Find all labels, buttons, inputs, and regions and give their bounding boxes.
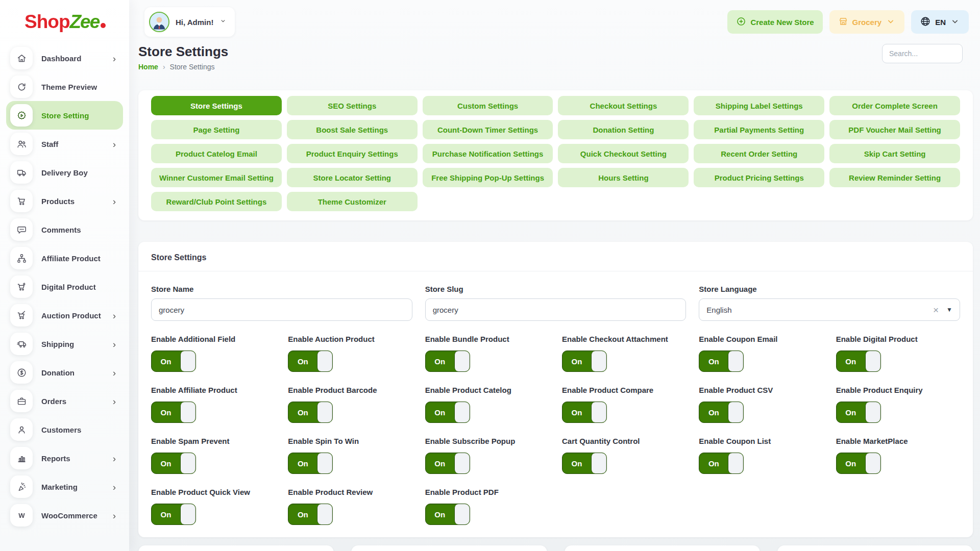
sidebar-item-reports[interactable]: Reports › [6, 444, 123, 472]
sidebar-item-customers[interactable]: Customers [6, 415, 123, 444]
settings-nav-pill-product-pricing-settings[interactable]: Product Pricing Settings [694, 168, 824, 187]
settings-nav-pill-theme-customizer[interactable]: Theme Customizer [287, 192, 418, 211]
logo-dot [101, 23, 106, 28]
sidebar-item-store-setting[interactable]: Store Setting [6, 101, 123, 130]
settings-nav-pill-seo-settings[interactable]: SEO Settings [287, 96, 418, 115]
cart-plus-icon [16, 282, 27, 292]
toggle-switch[interactable]: On [836, 350, 881, 372]
sidebar-item-delivery-boy[interactable]: Delivery Boy [6, 158, 123, 187]
settings-nav-pill-custom-settings[interactable]: Custom Settings [423, 96, 553, 115]
sidebar-icon-box [10, 218, 33, 241]
sidebar-item-theme-preview[interactable]: Theme Preview [6, 72, 123, 101]
toggle-label: Enable Affiliate Product [151, 386, 275, 394]
toggle-switch[interactable]: On [288, 402, 333, 423]
sidebar-item-digital-product[interactable]: Digital Product [6, 272, 123, 301]
toggle-switch[interactable]: On [425, 402, 470, 423]
home-icon [16, 53, 27, 64]
settings-nav-pill-purchase-notification-settings[interactable]: Purchase Notification Settings [423, 144, 553, 163]
toggle-switch[interactable]: On [151, 402, 196, 423]
toggle-enable-product-quick-view: Enable Product Quick View On [151, 488, 275, 525]
settings-nav-pill-partial-payments-setting[interactable]: Partial Payments Setting [694, 120, 824, 139]
toggle-switch[interactable]: On [151, 453, 196, 474]
settings-nav-pill-product-catelog-email[interactable]: Product Catelog Email [151, 144, 282, 163]
toggle-switch[interactable]: On [699, 350, 744, 372]
chat-icon [16, 224, 27, 235]
toggle-switch[interactable]: On [836, 402, 881, 423]
sidebar-item-orders[interactable]: Orders › [6, 387, 123, 415]
sidebar-item-woocommerce[interactable]: W WooCommerce › [6, 501, 123, 530]
toggle-knob [180, 351, 195, 371]
store-name-input[interactable] [151, 298, 412, 321]
toggle-switch[interactable]: On [288, 453, 333, 474]
settings-nav-pill-skip-cart-setting[interactable]: Skip Cart Setting [829, 144, 960, 163]
toggle-switch[interactable]: On [425, 504, 470, 525]
language-selector-dropdown[interactable]: EN [911, 10, 969, 34]
sidebar-item-donation[interactable]: Donation › [6, 358, 123, 387]
toggle-knob [865, 351, 880, 371]
chevron-right-icon: › [113, 454, 119, 463]
settings-nav-pill-free-shipping-pop-up-settings[interactable]: Free Shipping Pop-Up Settings [423, 168, 553, 187]
store-language-select[interactable]: English × ▼ [699, 298, 960, 321]
settings-nav-pill-product-enquiry-settings[interactable]: Product Enquiry Settings [287, 144, 418, 163]
sidebar-item-auction-product[interactable]: Auction Product › [6, 301, 123, 330]
toggle-knob [180, 504, 195, 524]
toggle-label: Enable Product PDF [425, 488, 549, 496]
settings-nav-pill-order-complete-screen[interactable]: Order Complete Screen [829, 96, 960, 115]
sidebar-item-comments[interactable]: Comments [6, 215, 123, 244]
toggle-switch[interactable]: On [425, 350, 470, 372]
sidebar-item-products[interactable]: Products › [6, 187, 123, 215]
settings-nav-pill-store-locator-setting[interactable]: Store Locator Setting [287, 168, 418, 187]
briefcase-icon [16, 396, 27, 407]
user-menu[interactable]: Hi, Admin! [144, 7, 235, 37]
settings-nav-pill-pdf-voucher-mail-setting[interactable]: PDF Voucher Mail Setting [829, 120, 960, 139]
sidebar-item-staff[interactable]: Staff › [6, 130, 123, 158]
chevron-right-icon: › [113, 396, 119, 406]
sidebar-item-affiliate-product[interactable]: Affiliate Product [6, 244, 123, 272]
settings-nav-pill-shipping-label-settings[interactable]: Shipping Label Settings [694, 96, 824, 115]
breadcrumb-home-link[interactable]: Home [138, 63, 158, 71]
create-new-store-button[interactable]: Create New Store [727, 10, 822, 34]
sidebar-icon-box [10, 361, 33, 384]
toggle-knob [180, 402, 195, 422]
toggle-switch[interactable]: On [699, 453, 744, 474]
cart-slash-icon [16, 310, 27, 321]
store-selector-dropdown[interactable]: Grocery [829, 10, 905, 34]
chevron-down-icon [886, 16, 896, 28]
party-popper-icon [16, 482, 27, 492]
toggle-switch[interactable]: On [836, 453, 881, 474]
toggle-knob [454, 351, 470, 371]
toggle-label: Enable Product CSV [699, 386, 823, 394]
toggle-switch[interactable]: On [288, 350, 333, 372]
toggle-enable-product-barcode: Enable Product Barcode On [288, 386, 412, 423]
toggle-switch[interactable]: On [151, 350, 196, 372]
settings-nav-pill-review-reminder-setting[interactable]: Review Reminder Setting [829, 168, 960, 187]
settings-nav-pill-boost-sale-settings[interactable]: Boost Sale Settings [287, 120, 418, 139]
search-input[interactable] [882, 44, 963, 63]
store-slug-input[interactable] [425, 298, 687, 321]
sidebar-icon-box [10, 247, 33, 269]
settings-nav-pill-count-down-timer-settings[interactable]: Count-Down Timer Settings [423, 120, 553, 139]
sidebar-icon-box [10, 304, 33, 327]
sidebar-item-shipping[interactable]: Shipping › [6, 330, 123, 358]
sidebar-item-dashboard[interactable]: Dashboard › [6, 44, 123, 72]
toggle-switch[interactable]: On [151, 504, 196, 525]
toggle-switch[interactable]: On [562, 453, 607, 474]
settings-nav-pill-store-settings[interactable]: Store Settings [151, 96, 282, 115]
toggle-switch[interactable]: On [562, 350, 607, 372]
settings-nav-pill-page-setting[interactable]: Page Setting [151, 120, 282, 139]
toggle-switch[interactable]: On [288, 504, 333, 525]
settings-nav-pill-recent-order-setting[interactable]: Recent Order Setting [694, 144, 824, 163]
settings-nav-pill-donation-setting[interactable]: Donation Setting [558, 120, 689, 139]
toggle-switch[interactable]: On [425, 453, 470, 474]
toggle-label: Enable MarketPlace [836, 437, 960, 445]
toggle-switch[interactable]: On [562, 402, 607, 423]
settings-nav-pill-winner-customer-email-setting[interactable]: Winner Customer Email Setting [151, 168, 282, 187]
settings-nav-pill-reward-club-point-settings[interactable]: Reward/Club Point Settings [151, 192, 282, 211]
toggle-state: On [699, 453, 728, 473]
toggle-switch[interactable]: On [699, 402, 744, 423]
settings-nav-pill-hours-setting[interactable]: Hours Setting [558, 168, 689, 187]
clear-icon[interactable]: × [933, 305, 939, 315]
settings-nav-pill-quick-checkout-setting[interactable]: Quick Checkout Setting [558, 144, 689, 163]
settings-nav-pill-checkout-settings[interactable]: Checkout Settings [558, 96, 689, 115]
sidebar-item-marketing[interactable]: Marketing › [6, 472, 123, 501]
